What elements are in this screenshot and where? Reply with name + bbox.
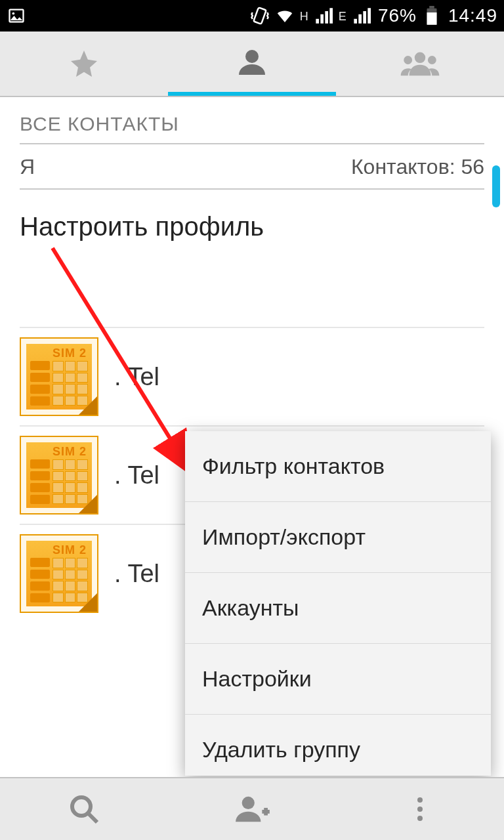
search-button[interactable] — [0, 778, 168, 840]
me-label: Я — [20, 155, 35, 179]
clock: 14:49 — [448, 5, 497, 26]
menu-accounts[interactable]: Аккаунты — [185, 573, 491, 644]
menu-delete-group[interactable]: Удалить группу — [185, 715, 491, 776]
sim-badge: SIM 2 — [52, 543, 87, 557]
svg-point-6 — [245, 50, 259, 63]
bottom-bar — [0, 777, 504, 840]
signal2-icon — [352, 6, 371, 26]
sim-badge: SIM 2 — [52, 445, 87, 459]
menu-settings[interactable]: Настройки — [185, 644, 491, 715]
signal1-icon — [314, 6, 333, 26]
more-vert-icon — [417, 797, 423, 821]
svg-rect-4 — [427, 12, 436, 25]
sim-icon: SIM 2 — [20, 436, 98, 514]
contacts-count: Контактов: 56 — [351, 155, 484, 179]
svg-point-7 — [415, 52, 426, 64]
contact-name: . Tel — [114, 363, 159, 391]
net2-type: E — [339, 10, 346, 24]
net1-type: H — [300, 10, 308, 24]
top-tabs — [0, 32, 504, 97]
search-icon — [68, 793, 100, 825]
star-icon — [68, 48, 100, 79]
overflow-menu: Фильтр контактов Импорт/экспорт Аккаунты… — [185, 431, 491, 776]
sim-icon: SIM 2 — [20, 337, 98, 416]
contact-name: . Tel — [114, 461, 159, 490]
content-area: ВСЕ КОНТАКТЫ Я Контактов: 56 Настроить п… — [0, 97, 504, 777]
section-title: ВСЕ КОНТАКТЫ — [20, 113, 484, 135]
menu-import-export[interactable]: Импорт/экспорт — [185, 502, 491, 573]
battery-percent: 76% — [378, 5, 417, 26]
svg-point-13 — [242, 797, 255, 809]
wifi-icon — [275, 6, 295, 26]
overflow-button[interactable] — [336, 778, 504, 840]
svg-rect-5 — [429, 6, 434, 9]
person-icon — [236, 46, 268, 77]
menu-filter-contacts[interactable]: Фильтр контактов — [185, 431, 491, 502]
sim-badge: SIM 2 — [52, 346, 87, 360]
contact-name: . Tel — [114, 560, 159, 588]
person-add-icon — [234, 794, 270, 824]
tab-favorites[interactable] — [0, 32, 168, 96]
tab-contacts[interactable] — [168, 32, 336, 96]
contact-row[interactable]: SIM 2 . Tel — [20, 327, 484, 425]
svg-point-8 — [404, 56, 412, 64]
tab-groups[interactable] — [336, 32, 504, 96]
svg-point-1 — [12, 12, 14, 15]
battery-icon — [422, 6, 442, 26]
vibrate-icon — [250, 6, 270, 26]
add-contact-button[interactable] — [168, 778, 336, 840]
svg-rect-2 — [253, 7, 266, 24]
svg-point-11 — [72, 797, 91, 816]
setup-profile[interactable]: Настроить профиль — [20, 190, 484, 327]
status-bar: H E 76% 14:49 — [0, 0, 504, 32]
sim-icon: SIM 2 — [20, 534, 98, 613]
scroll-indicator[interactable] — [492, 165, 500, 207]
svg-point-9 — [428, 56, 436, 64]
svg-line-12 — [88, 813, 97, 822]
group-icon — [400, 49, 440, 78]
picture-icon — [7, 6, 26, 26]
